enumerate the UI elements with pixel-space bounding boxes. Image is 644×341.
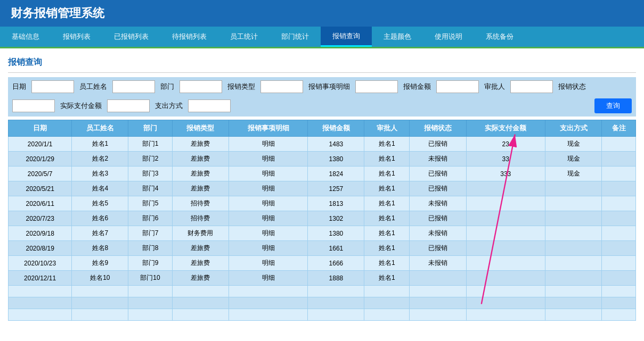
table-cell: 姓名4 <box>72 181 128 196</box>
table-cell: 现金 <box>545 137 602 152</box>
table-cell-empty <box>364 286 410 297</box>
table-cell: 姓名1 <box>364 241 410 256</box>
th-status: 报销状态 <box>410 120 466 137</box>
nav-item-6[interactable]: 报销查询 <box>321 27 372 47</box>
table-cell: 明细 <box>229 196 308 211</box>
table-cell: 2020/8/19 <box>9 241 72 256</box>
table-cell: 姓名1 <box>364 137 410 152</box>
table-cell: 1380 <box>308 152 364 167</box>
th-dept: 部门 <box>128 120 172 137</box>
table-cell-empty <box>466 286 545 297</box>
table-cell: 姓名10 <box>72 271 128 286</box>
table-cell-empty <box>364 309 410 321</box>
table-cell: 明细 <box>229 137 308 152</box>
nav-item-2[interactable]: 已报销列表 <box>102 27 160 47</box>
table-cell-empty <box>545 297 602 309</box>
table-cell <box>545 271 602 286</box>
th-detail: 报销事项明细 <box>229 120 308 137</box>
filter-approver-input[interactable] <box>510 80 553 93</box>
table-cell <box>602 211 636 226</box>
table-cell <box>602 196 636 211</box>
table-cell-empty <box>308 309 364 321</box>
table-row-empty <box>9 297 636 309</box>
th-amount: 报销金额 <box>308 120 364 137</box>
table-cell <box>545 181 602 196</box>
filter-type-input[interactable] <box>260 80 303 93</box>
nav-item-1[interactable]: 报销列表 <box>51 27 102 47</box>
app-title: 财务报销管理系统 <box>11 6 104 20</box>
filter-actual-label: 实际支付金额 <box>60 101 102 111</box>
table-cell-empty <box>229 309 308 321</box>
nav-item-0[interactable]: 基础信息 <box>0 27 51 47</box>
table-cell <box>545 256 602 271</box>
table-row: 2020/8/19姓名8部门8差旅费明细1661姓名1已报销 <box>9 241 636 256</box>
table-cell-empty <box>172 309 229 321</box>
table-cell: 差旅费 <box>172 256 229 271</box>
th-approver: 审批人 <box>364 120 410 137</box>
table-cell: 1483 <box>308 137 364 152</box>
table-cell <box>466 271 545 286</box>
nav-item-9[interactable]: 系统备份 <box>474 27 525 47</box>
filter-status-input[interactable] <box>12 99 55 112</box>
nav-item-5[interactable]: 部门统计 <box>270 27 321 47</box>
page-content: 报销查询 日期 员工姓名 部门 报销类型 报销事项明细 报销金额 审批人 报销状… <box>0 48 644 326</box>
filter-date-input[interactable] <box>31 80 74 93</box>
table-cell: 未报销 <box>410 226 466 241</box>
table-cell <box>466 226 545 241</box>
table-row-empty <box>9 309 636 321</box>
table-cell: 姓名1 <box>364 211 410 226</box>
table-cell: 财务费用 <box>172 226 229 241</box>
table-cell: 33 <box>466 152 545 167</box>
filter-amount-input[interactable] <box>436 80 479 93</box>
filter-pay-input[interactable] <box>188 99 231 112</box>
table-cell: 2020/5/7 <box>9 167 72 181</box>
table-cell: 2020/9/18 <box>9 226 72 241</box>
table-cell <box>602 152 636 167</box>
table-cell: 姓名9 <box>72 256 128 271</box>
table-cell: 姓名1 <box>364 167 410 181</box>
query-button[interactable]: 查询 <box>594 98 632 113</box>
table-cell: 明细 <box>229 241 308 256</box>
table-cell <box>602 167 636 181</box>
filter-pay-label: 支出方式 <box>155 101 183 111</box>
nav-item-4[interactable]: 员工统计 <box>218 27 270 47</box>
table-cell-empty <box>410 309 466 321</box>
table-row: 2020/6/11姓名5部门5招待费明细1813姓名1未报销 <box>9 196 636 211</box>
table-cell: 未报销 <box>410 256 466 271</box>
table-cell-empty <box>466 309 545 321</box>
filter-detail-label: 报销事项明细 <box>308 82 350 92</box>
table-cell: 2020/1/1 <box>9 137 72 152</box>
table-cell: 现金 <box>545 152 602 167</box>
svg-line-1 <box>482 135 515 304</box>
filter-dept-input[interactable] <box>180 80 222 93</box>
filter-detail-input[interactable] <box>355 80 398 93</box>
table-cell <box>602 137 636 152</box>
table-cell: 部门7 <box>128 226 172 241</box>
nav-item-3[interactable]: 待报销列表 <box>160 27 218 47</box>
table-cell: 2020/10/23 <box>9 256 72 271</box>
table-cell: 2020/1/29 <box>9 152 72 167</box>
table-cell: 1380 <box>308 226 364 241</box>
table-cell: 差旅费 <box>172 137 229 152</box>
th-actual: 实际支付金额 <box>466 120 545 137</box>
nav-item-8[interactable]: 使用说明 <box>423 27 474 47</box>
filter-actual-input[interactable] <box>107 99 150 112</box>
table-cell-empty <box>9 286 72 297</box>
filter-name-input[interactable] <box>112 80 155 93</box>
table-cell-empty <box>9 309 72 321</box>
table-cell-empty <box>466 297 545 309</box>
table-row: 2020/5/21姓名4部门4差旅费明细1257姓名1已报销 <box>9 181 636 196</box>
table-cell: 现金 <box>545 167 602 181</box>
nav-item-7[interactable]: 主题颜色 <box>372 27 423 47</box>
table-row-empty <box>9 286 636 297</box>
table-cell: 已报销 <box>410 241 466 256</box>
table-cell: 1666 <box>308 256 364 271</box>
table-cell: 部门10 <box>128 271 172 286</box>
table-row: 2020/7/23姓名6部门6招待费明细1302姓名1已报销 <box>9 211 636 226</box>
table-cell-empty <box>545 286 602 297</box>
table-cell: 已报销 <box>410 181 466 196</box>
table-cell-empty <box>602 297 636 309</box>
filter-amount-label: 报销金额 <box>403 82 431 92</box>
th-pay: 支出方式 <box>545 120 602 137</box>
table-cell: 姓名6 <box>72 211 128 226</box>
